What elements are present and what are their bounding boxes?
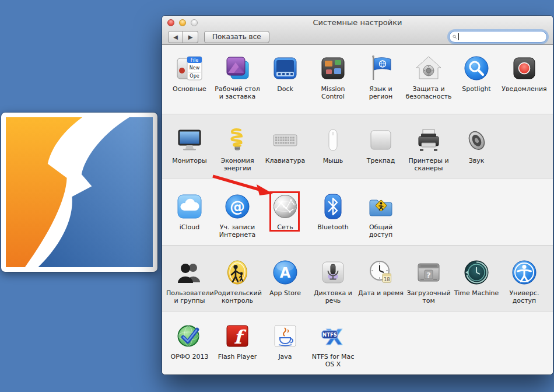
pref-item-label: iCloud — [180, 223, 199, 231]
mission-control-icon — [319, 54, 347, 82]
pref-item-printers[interactable]: Принтеры и сканеры — [405, 126, 453, 173]
pref-item-app-store[interactable]: A App Store — [261, 258, 309, 305]
pref-item-label: NTFS for Mac OS X — [310, 353, 356, 369]
annotation-arrow-icon — [210, 172, 277, 201]
pref-item-mouse[interactable]: Мышь — [309, 126, 357, 173]
pref-item-label: Рабочий стол и заставка — [214, 85, 261, 101]
spotlight-icon — [462, 54, 490, 82]
pref-item-time-machine[interactable]: Time Machine — [453, 258, 500, 305]
svg-text:18: 18 — [384, 276, 390, 282]
orfo-icon — [176, 322, 204, 350]
svg-text:NTFS: NTFS — [322, 332, 337, 338]
trackpad-icon — [367, 126, 395, 154]
pref-item-label: Уведомления — [502, 85, 546, 93]
pref-item-energy[interactable]: Экономия энергии — [213, 126, 261, 173]
system-preferences-window: Системные настройки ◀ ▶ Показать все — [162, 16, 553, 374]
prefs-row-4: Пользователи и группы Родительский контр… — [162, 245, 553, 311]
pref-item-dictation[interactable]: Диктовка и речь — [309, 258, 357, 305]
pref-item-flash-player[interactable]: f Flash Player — [213, 322, 261, 369]
dictation-speech-icon — [319, 258, 347, 286]
pref-item-label: Мышь — [323, 157, 343, 164]
zoom-button[interactable] — [191, 19, 198, 26]
svg-text:Ope: Ope — [190, 74, 199, 79]
search-input[interactable] — [461, 33, 544, 41]
svg-text:A: A — [280, 265, 291, 281]
svg-text:New: New — [190, 65, 200, 71]
pref-item-label: Уч. записи Интернета — [214, 223, 261, 239]
pref-item-label: Пользователи и группы — [166, 289, 213, 305]
forward-button[interactable]: ▶ — [183, 31, 198, 43]
pref-item-label: Flash Player — [218, 353, 257, 360]
search-field[interactable] — [449, 31, 547, 43]
displays-icon — [176, 126, 204, 154]
pref-item-ntfs[interactable]: X NTFS NTFS for Mac OS X — [309, 322, 357, 369]
icloud-icon — [176, 192, 204, 220]
java-icon — [271, 322, 299, 350]
pref-item-java[interactable]: Java — [261, 322, 309, 369]
svg-text:File: File — [191, 58, 198, 63]
bluetooth-icon — [319, 192, 347, 220]
pref-item-bluetooth[interactable]: Bluetooth — [309, 192, 357, 239]
pref-item-mission-control[interactable]: Mission Control — [309, 54, 357, 101]
prefs-row-5: ОРФО 2013 f Flash Player — [162, 311, 553, 374]
close-button[interactable] — [167, 19, 174, 26]
window-chrome: Системные настройки ◀ ▶ Показать все — [162, 16, 553, 45]
pref-item-displays[interactable]: Мониторы — [166, 126, 213, 173]
pref-item-sound[interactable]: Звук — [453, 126, 500, 173]
pref-item-language[interactable]: Язык и регион — [357, 54, 405, 101]
pref-item-keyboard[interactable]: Клавиатура — [261, 126, 309, 173]
pref-item-users-groups[interactable]: Пользователи и группы — [166, 258, 213, 305]
pref-item-label: Дата и время — [358, 289, 404, 297]
pref-item-general[interactable]: File New Ope Основные — [166, 54, 213, 101]
parental-controls-icon — [223, 258, 251, 286]
flash-player-icon: f — [223, 322, 251, 350]
pref-item-trackpad[interactable]: Трекпад — [357, 126, 405, 173]
pref-item-sharing[interactable]: Общий доступ — [357, 192, 405, 239]
keyboard-icon — [271, 126, 299, 154]
pref-item-label: Mission Control — [310, 85, 356, 101]
pref-item-security[interactable]: Защита и безопасность — [405, 54, 453, 101]
back-button[interactable]: ◀ — [168, 31, 183, 43]
pref-item-parental-controls[interactable]: Родительский контроль — [213, 258, 261, 305]
pref-item-icloud[interactable]: iCloud — [166, 192, 213, 239]
pref-item-label: Dock — [277, 85, 293, 93]
pref-item-accessibility[interactable]: Универс. доступ — [500, 258, 548, 305]
pref-item-label: Экономия энергии — [214, 157, 261, 173]
forward-arrow-icon: ▶ — [188, 34, 193, 40]
pref-item-label: Родительский контроль — [214, 289, 261, 305]
pref-item-notifications[interactable]: Уведомления — [500, 54, 548, 101]
pref-item-label: Time Machine — [454, 289, 499, 297]
pref-item-label: Загрузочный том — [405, 289, 452, 305]
pref-item-startup-disk[interactable]: ? Загрузочный том — [405, 258, 453, 305]
energy-saver-icon — [223, 126, 251, 154]
time-machine-icon — [462, 258, 490, 286]
pref-item-orfo[interactable]: ОРФО 2013 — [166, 322, 213, 369]
pref-item-label: Принтеры и сканеры — [405, 157, 452, 173]
sharing-icon — [367, 192, 395, 220]
app-logo — [1, 113, 157, 272]
back-arrow-icon: ◀ — [173, 34, 178, 40]
pref-item-label: Основные — [173, 85, 206, 93]
notifications-icon — [510, 54, 538, 82]
pref-item-dock[interactable]: Dock — [261, 54, 309, 101]
pref-item-label: Spotlight — [462, 85, 490, 93]
pref-item-label: Язык и регион — [357, 85, 404, 101]
pref-item-spotlight[interactable]: Spotlight — [453, 54, 500, 101]
dock-icon — [271, 54, 299, 82]
accessibility-icon — [510, 258, 538, 286]
pref-item-label: Диктовка и речь — [310, 289, 356, 305]
minimize-button[interactable] — [179, 19, 186, 26]
sound-icon — [462, 126, 490, 154]
svg-text:?: ? — [426, 271, 431, 279]
show-all-button[interactable]: Показать все — [204, 31, 269, 43]
security-privacy-icon — [415, 54, 443, 82]
pref-item-label: Bluetooth — [317, 223, 348, 231]
titlebar[interactable]: Системные настройки — [162, 16, 553, 29]
pref-item-date-time[interactable]: 18 Дата и время — [357, 258, 405, 305]
ntfs-icon: X NTFS — [319, 322, 347, 350]
pref-item-desktop[interactable]: Рабочий стол и заставка — [213, 54, 261, 101]
lightning-logo-icon — [6, 117, 153, 267]
pref-item-label: Общий доступ — [357, 223, 404, 239]
pref-item-label: Клавиатура — [265, 157, 306, 164]
date-time-icon: 18 — [367, 258, 395, 286]
